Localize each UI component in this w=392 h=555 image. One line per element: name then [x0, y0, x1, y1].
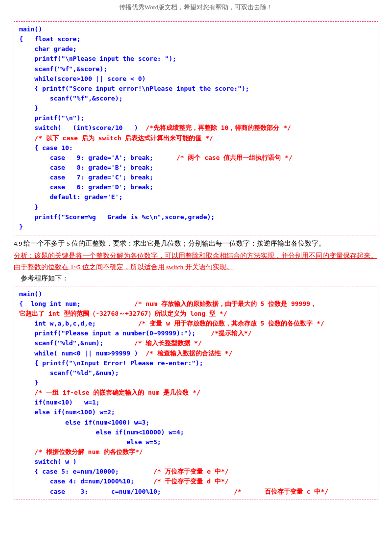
section-49-ref: 参考程序如下： [21, 274, 378, 283]
section-49-title: 4.9 给一个不多于 5 位的正整数，要求：求出它是几位数；分别输出每一位数字；… [14, 238, 378, 250]
cb1-line-21: } [19, 223, 23, 230]
cb1-line-4: printf("\nPlease input the score: "); [19, 55, 176, 62]
cb1-line-15: case 8: grade='B'; break; [19, 164, 153, 171]
cb1-line-14: case 9: grade='A'; break; [19, 154, 176, 161]
cb1-line-2: { float score; [19, 35, 80, 43]
cb1-line-5: scanf("%f",&score); [19, 65, 107, 73]
cb1-line-19: } [19, 203, 38, 211]
section-49-title-text: 4.9 给一个不多于 5 位的正整数，要求：求出它是几位数；分别输出每一位数字；… [14, 240, 325, 247]
section-49-ref-text: 参考程序如下： [21, 275, 69, 282]
cb1-line-10: printf("\n"); [19, 114, 84, 122]
page-content: main() { float score; char grade; printf… [0, 14, 392, 508]
cb1-line-18: default: grade='E'; [19, 193, 122, 201]
code-block-2: main() { long int num; /* num 存放输入的原始数据，… [14, 286, 378, 500]
cb1-line-11: switch( (int)score/10 ) [19, 124, 146, 131]
cb1-line-13: { case 10: [19, 144, 73, 151]
cb1-line-20: printf("Score=%g Grade is %c\n",score,gr… [19, 213, 215, 221]
top-banner: 传播优秀Word版文档，希望对您有帮助，可双击去除！ [0, 0, 392, 14]
cb1-line-16: case 7: grade='C'; break; [19, 174, 153, 181]
cb1-line-8: scanf("%f",&score); [19, 95, 122, 102]
cb1-line-17: case 6: grade='D'; break; [19, 183, 153, 191]
cb1-line-9: } [19, 104, 38, 112]
code-block-1-pre: main() { float score; char grade; printf… [19, 25, 373, 232]
section-49-analysis-text: 分析：该题的关键是将一个整数分解为各位数字，可以用整除和取余相结合的方法实现，并… [14, 252, 377, 271]
cb1-line-3: char grade; [19, 45, 76, 52]
section-49-analysis: 分析：该题的关键是将一个整数分解为各位数字，可以用整除和取余相结合的方法实现，并… [14, 251, 378, 273]
cb1-line-7: { printf("Score input error!\nPlease inp… [19, 85, 249, 92]
code-block-1: main() { float score; char grade; printf… [14, 21, 378, 235]
banner-text: 传播优秀Word版文档，希望对您有帮助，可双击去除！ [119, 3, 273, 11]
code-block-2-pre: main() { long int num; /* num 存放输入的原始数据，… [19, 289, 373, 497]
cb1-line-1: main() [19, 25, 42, 33]
cb1-line-6: while(score>100 || score < 0) [19, 75, 146, 82]
